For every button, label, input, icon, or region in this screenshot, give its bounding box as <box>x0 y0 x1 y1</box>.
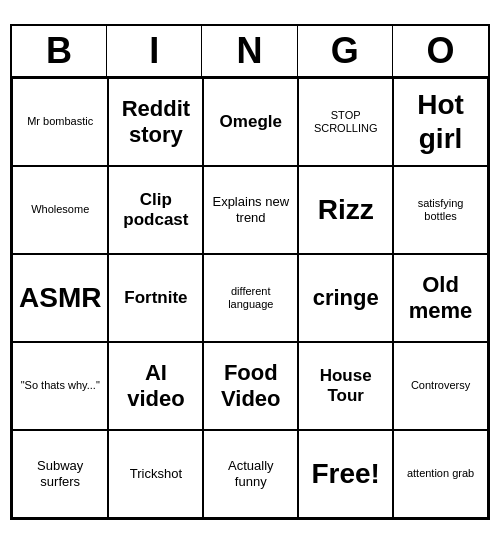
bingo-header: BINGO <box>12 26 488 78</box>
bingo-cell-12[interactable]: different language <box>203 254 298 342</box>
bingo-cell-24[interactable]: attention grab <box>393 430 488 518</box>
bingo-cell-9[interactable]: satisfying bottles <box>393 166 488 254</box>
bingo-cell-0[interactable]: Mr bombastic <box>12 78 108 166</box>
bingo-cell-14[interactable]: Old meme <box>393 254 488 342</box>
bingo-cell-17[interactable]: Food Video <box>203 342 298 430</box>
bingo-letter-g: G <box>298 26 393 76</box>
bingo-cell-13[interactable]: cringe <box>298 254 393 342</box>
bingo-card: BINGO Mr bombasticReddit storyOmegleSTOP… <box>10 24 490 520</box>
bingo-cell-8[interactable]: Rizz <box>298 166 393 254</box>
bingo-cell-4[interactable]: Hot girl <box>393 78 488 166</box>
bingo-cell-1[interactable]: Reddit story <box>108 78 203 166</box>
bingo-cell-10[interactable]: ASMR <box>12 254 108 342</box>
bingo-cell-18[interactable]: House Tour <box>298 342 393 430</box>
bingo-cell-3[interactable]: STOP SCROLLING <box>298 78 393 166</box>
bingo-cell-16[interactable]: AI video <box>108 342 203 430</box>
bingo-cell-21[interactable]: Trickshot <box>108 430 203 518</box>
bingo-cell-5[interactable]: Wholesome <box>12 166 108 254</box>
bingo-grid: Mr bombasticReddit storyOmegleSTOP SCROL… <box>12 78 488 518</box>
bingo-cell-6[interactable]: Clip podcast <box>108 166 203 254</box>
bingo-cell-22[interactable]: Actually funny <box>203 430 298 518</box>
bingo-cell-20[interactable]: Subway surfers <box>12 430 108 518</box>
bingo-letter-n: N <box>202 26 297 76</box>
bingo-cell-2[interactable]: Omegle <box>203 78 298 166</box>
bingo-letter-i: I <box>107 26 202 76</box>
bingo-cell-7[interactable]: Explains new trend <box>203 166 298 254</box>
bingo-cell-23[interactable]: Free! <box>298 430 393 518</box>
bingo-letter-b: B <box>12 26 107 76</box>
bingo-cell-19[interactable]: Controversy <box>393 342 488 430</box>
bingo-cell-15[interactable]: "So thats why..." <box>12 342 108 430</box>
bingo-cell-11[interactable]: Fortnite <box>108 254 203 342</box>
bingo-letter-o: O <box>393 26 488 76</box>
